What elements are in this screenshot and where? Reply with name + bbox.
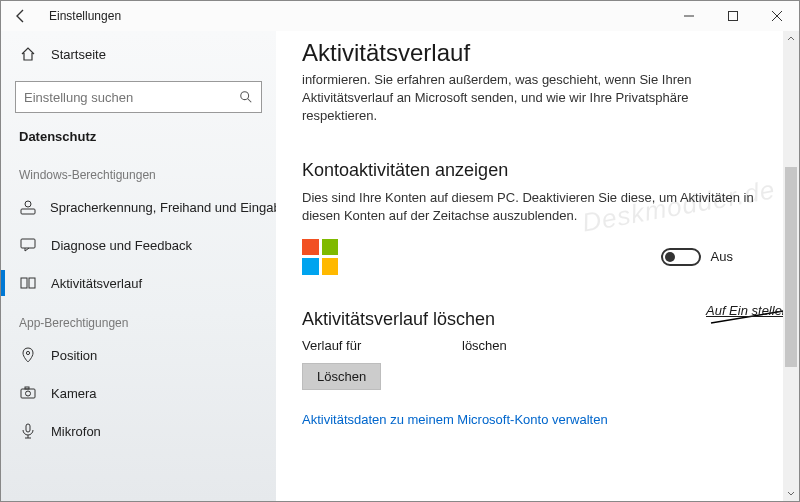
svg-point-7 — [25, 201, 31, 207]
svg-rect-9 — [21, 278, 27, 288]
chevron-down-icon — [787, 489, 795, 497]
minimize-icon — [684, 11, 694, 21]
scroll-down-button[interactable] — [783, 485, 799, 501]
content-pane: Aktivitätsverlauf informieren. Sie erfah… — [276, 31, 799, 501]
sidebar-item-label: Diagnose und Feedback — [51, 238, 192, 253]
manage-link[interactable]: Aktivitätsdaten zu meinem Microsoft-Kont… — [302, 412, 608, 427]
account-toggle[interactable] — [661, 248, 701, 266]
accounts-heading: Kontoaktivitäten anzeigen — [302, 160, 773, 181]
search-icon — [239, 90, 253, 104]
maximize-button[interactable] — [711, 1, 755, 31]
sidebar-item-camera[interactable]: Kamera — [1, 374, 276, 412]
microsoft-logo-icon — [302, 239, 338, 275]
svg-rect-1 — [729, 12, 738, 21]
account-row: Aus — [302, 239, 773, 275]
toggle-state-label: Aus — [711, 249, 733, 264]
search-input-wrap[interactable] — [15, 81, 262, 113]
clear-label-right: löschen — [462, 338, 773, 353]
sidebar-item-label: Position — [51, 348, 97, 363]
back-button[interactable] — [13, 8, 35, 24]
camera-icon — [19, 385, 37, 401]
sidebar-item-label: Aktivitätsverlauf — [51, 276, 142, 291]
sidebar-item-diagnostics[interactable]: Diagnose und Feedback — [1, 226, 276, 264]
sidebar-group-app: App-Berechtigungen — [1, 302, 276, 336]
sidebar-item-label: Kamera — [51, 386, 97, 401]
sidebar-item-speech[interactable]: Spracherkennung, Freihand und Eingabe — [1, 188, 276, 226]
location-icon — [19, 347, 37, 363]
minimize-button[interactable] — [667, 1, 711, 31]
titlebar: Einstellungen — [1, 1, 799, 31]
clear-button[interactable]: Löschen — [302, 363, 381, 390]
svg-point-4 — [241, 92, 249, 100]
clear-heading: Aktivitätsverlauf löschen — [302, 309, 773, 330]
svg-rect-14 — [25, 387, 29, 389]
svg-point-13 — [26, 391, 31, 396]
clear-label-left: Verlauf für — [302, 338, 462, 353]
svg-rect-12 — [21, 389, 35, 398]
clear-history-section: Verlauf für löschen Löschen — [302, 338, 773, 390]
sidebar-item-label: Spracherkennung, Freihand und Eingabe — [50, 200, 276, 215]
sidebar-home[interactable]: Startseite — [1, 35, 276, 73]
svg-rect-6 — [21, 209, 35, 214]
intro-text: informieren. Sie erfahren außerdem, was … — [302, 71, 762, 126]
microphone-icon — [19, 423, 37, 439]
window-controls — [667, 1, 799, 31]
svg-rect-8 — [21, 239, 35, 248]
settings-window: Einstellungen Startseite Datenschutz Win… — [0, 0, 800, 502]
sidebar: Startseite Datenschutz Windows-Berechtig… — [1, 31, 276, 501]
sidebar-item-microphone[interactable]: Mikrofon — [1, 412, 276, 450]
search-input[interactable] — [24, 90, 233, 105]
close-icon — [772, 11, 782, 21]
activity-icon — [19, 275, 37, 291]
chevron-up-icon — [787, 35, 795, 43]
sidebar-item-label: Mikrofon — [51, 424, 101, 439]
account-toggle-wrap: Aus — [661, 248, 773, 266]
svg-rect-15 — [26, 424, 30, 432]
home-icon — [19, 46, 37, 62]
sidebar-item-activity-history[interactable]: Aktivitätsverlauf — [1, 264, 276, 302]
vertical-scrollbar[interactable] — [783, 31, 799, 501]
feedback-icon — [19, 237, 37, 253]
arrow-left-icon — [13, 8, 29, 24]
scroll-track[interactable] — [783, 47, 799, 485]
maximize-icon — [728, 11, 738, 21]
accounts-desc: Dies sind Ihre Konten auf diesem PC. Dea… — [302, 189, 762, 225]
window-title: Einstellungen — [35, 9, 121, 23]
speech-icon — [19, 199, 36, 215]
scroll-thumb[interactable] — [785, 167, 797, 367]
scroll-up-button[interactable] — [783, 31, 799, 47]
window-body: Startseite Datenschutz Windows-Berechtig… — [1, 31, 799, 501]
sidebar-section: Datenschutz — [1, 119, 276, 154]
svg-rect-10 — [29, 278, 35, 288]
sidebar-group-windows: Windows-Berechtigungen — [1, 154, 276, 188]
close-button[interactable] — [755, 1, 799, 31]
svg-line-5 — [248, 99, 252, 103]
annotation-text: Auf Ein stellen — [706, 303, 789, 318]
sidebar-home-label: Startseite — [51, 47, 106, 62]
svg-point-11 — [26, 351, 29, 354]
page-title: Aktivitätsverlauf — [302, 39, 773, 67]
sidebar-item-location[interactable]: Position — [1, 336, 276, 374]
